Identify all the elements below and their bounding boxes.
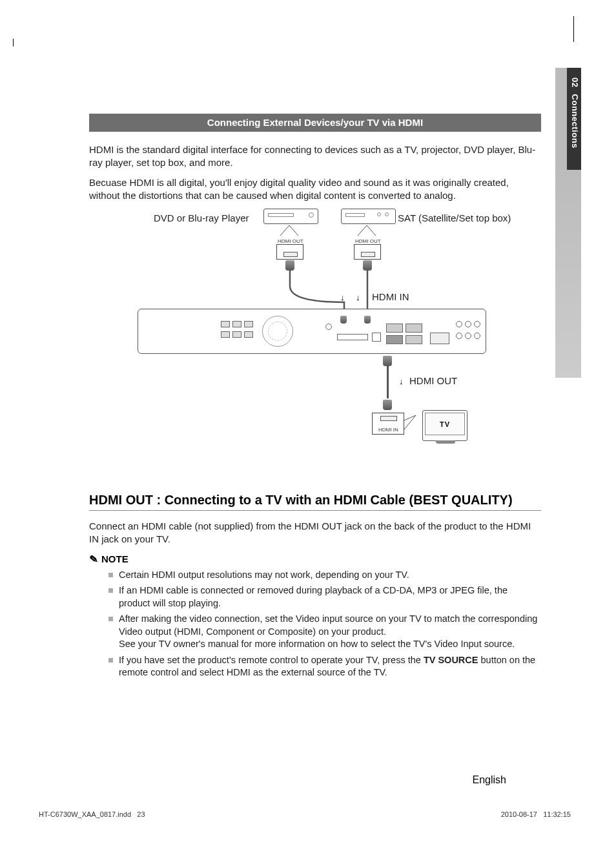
tv-hdmi-port [380,416,397,421]
note-label: NOTE [101,553,128,564]
terminal-6 [244,331,253,338]
terminal-3 [244,321,253,327]
comp-1 [456,321,462,327]
arrow-out: ↓ [399,376,404,386]
section-title: HDMI OUT : Connecting to a TV with an HD… [89,493,541,511]
connector-out [383,356,392,366]
dvd-button [309,212,314,218]
note-list: Certain HDMI output resolutions may not … [89,569,541,680]
terminal-5 [232,331,241,338]
card-slot [337,334,368,340]
arrow-in-2: ↓ [356,293,360,302]
cable-to-tv [387,366,389,398]
side-tab-label: 02 Connections [570,77,580,149]
hdmi-out-small-1: HDMI OUT [278,238,303,244]
connector-tv [383,400,392,410]
terminal-4 [221,331,230,338]
note-4-bold: TV SOURCE [424,655,478,665]
note-item-1: Certain HDMI output resolutions may not … [108,569,541,582]
hdmi-in2-port-main [406,324,422,333]
av-1 [456,333,462,339]
note-3b: See your TV owner's manual for more info… [119,639,515,649]
hdmi-out-label: HDMI OUT [409,375,457,386]
dvd-device [263,209,318,224]
sat-label: SAT (Satellite/Set top box) [398,212,511,223]
note-heading: ✎ NOTE [89,553,541,565]
terminal-1 [221,321,230,327]
connection-diagram: DVD or Blu-ray Player SAT (Satellite/Set… [89,209,541,473]
tv-leader [404,415,424,435]
dvd-label: DVD or Blu-ray Player [154,212,249,223]
terminal-2 [232,321,241,327]
hdmi-out-port-dvd [276,244,303,260]
hdmi-out-port-sat [354,244,381,260]
connector-into-2 [364,316,371,324]
connector-into-1 [340,316,347,324]
note-icon: ✎ [88,552,98,565]
main-unit [138,309,486,354]
hdmi-port-shape-1 [283,252,298,257]
footer-timestamp: 2010-08-17 11:32:15 [501,810,571,818]
hdmi-out-port-main [386,335,403,344]
lan-port [430,333,449,344]
footer-time: 11:32:15 [543,810,571,818]
chapter-number: 02 [570,77,580,87]
section-title-rest: Connecting to a TV with an HDMI Cable (B… [165,493,513,507]
dvd-tray [268,213,294,217]
sat-device [341,209,396,224]
hdmi-extra-port [406,335,422,344]
hdmi-in-small: HDMI IN [378,427,398,433]
optical-port [372,333,381,342]
note-item-3: After making the video connection, set t… [108,613,541,651]
sat-slot [345,213,365,217]
fan [262,316,293,347]
jack-1 [325,324,332,330]
crop-mark-left [13,39,14,46]
tv-text: TV [440,420,450,428]
tv-stand [436,440,455,444]
section-desc: Connect an HDMI cable (not supplied) fro… [89,520,541,546]
sat-leader [358,224,376,236]
footer-date: 2010-08-17 [501,810,537,818]
footer-file: HT-C6730W_XAA_0817.indd [39,810,131,818]
chapter-name: Connections [570,94,580,149]
hdmi-out-small-2: HDMI OUT [355,238,381,244]
section-banner: Connecting External Devices/your TV via … [89,114,541,132]
comp-2 [465,321,471,327]
dvd-leader [280,224,298,236]
note-3a: After making the video connection, set t… [119,613,537,637]
page-content: Connecting External Devices/your TV via … [89,114,541,683]
note-4a: If you have set the product's remote con… [119,655,424,665]
hdmi-in-port-main [386,324,403,333]
note-item-4: If you have set the product's remote con… [108,654,541,679]
note-item-2: If an HDMI cable is connected or removed… [108,584,541,610]
hdmi-port-shape-2 [361,252,375,257]
sat-btn2 [385,212,389,216]
arrow-in-1: ↓ [340,293,345,302]
footer-file-info: HT-C6730W_XAA_0817.indd 23 [39,810,145,818]
sat-btn1 [377,212,381,216]
comp-3 [474,321,480,327]
av-3 [474,333,480,339]
intro-paragraph-2: Becuase HDMI is all digital, you'll enjo… [89,176,541,203]
crop-mark-right [573,16,574,42]
section-title-bold: HDMI OUT : [89,493,165,507]
footer-page: 23 [137,810,145,818]
connector-sat [363,260,372,271]
hdmi-in-label: HDMI IN [372,291,409,302]
tv-device: TV [422,410,467,441]
connector-dvd [285,260,294,271]
av-2 [465,333,471,339]
footer-language: English [473,774,506,786]
intro-paragraph-1: HDMI is the standard digital interface f… [89,143,541,170]
